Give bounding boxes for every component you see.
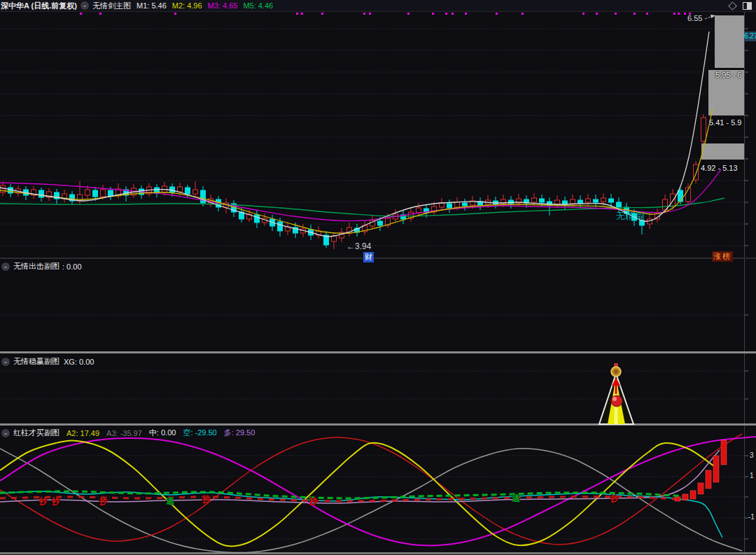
panel4-long-value: 多: 29.50	[224, 428, 255, 438]
chevron-circle-icon[interactable]: ⌄	[80, 1, 89, 10]
chevron-circle-icon[interactable]: ⌄	[1, 262, 10, 271]
p4-axis-label-neg1: -1	[748, 513, 755, 521]
panel4-a3-value: A3: -35.97	[106, 429, 142, 437]
svg-text:抄: 抄	[99, 496, 108, 506]
low-price-label: ←3.94	[346, 241, 371, 251]
ma3-value: M3: 4.65	[208, 1, 238, 10]
ma-lines	[0, 31, 724, 237]
svg-text:抄: 抄	[610, 493, 619, 503]
ma2-value: M2: 4.96	[172, 1, 202, 10]
ma5-value: M5: 4.46	[243, 1, 273, 10]
panel4-short-value: 空: -29.50	[183, 428, 216, 438]
panel3-title: 无情稳赢副图	[13, 356, 59, 367]
panel2-header: ⌄ 无情出击副图 : 0.00	[0, 261, 82, 272]
panel4-title: 红柱才买副图	[13, 428, 59, 438]
charts-canvas[interactable]: 抄抄抄抄抄抄逃逃	[0, 0, 756, 555]
trading-app-window: 抄抄抄抄抄抄逃逃 深中华A (日线.前复权) ⌄ 无情剑主图 M1: 5.46 …	[0, 0, 756, 555]
candles	[1, 114, 706, 249]
current-price-axis-label: 6.27	[744, 31, 756, 41]
diamond-icon[interactable]	[728, 1, 737, 10]
p4-axis-label-3: 3	[750, 451, 754, 459]
top-header-bar: 深中华A (日线.前复权) ⌄ 无情剑主图 M1: 5.46 M2: 4.96 …	[0, 0, 756, 11]
ma1-value: M1: 5.46	[136, 1, 167, 10]
oscillator-waves	[0, 434, 756, 553]
svg-text:逃: 逃	[165, 496, 175, 506]
panel4-mid-value: 中: 0.00	[149, 428, 176, 438]
zhangbang-badge[interactable]: 涨榜	[712, 251, 733, 262]
gridlines	[0, 0, 756, 555]
panel4-a2-value: A2: 17.49	[66, 429, 99, 437]
panel-dividers	[0, 258, 756, 554]
cai-badge: 财	[363, 252, 374, 262]
signal-dots	[80, 13, 691, 15]
panel3-header: ⌄ 无情稳赢副图 XG: 0.00	[0, 356, 94, 367]
chevron-circle-icon[interactable]: ⌄	[1, 429, 10, 437]
peak-arrow	[705, 15, 715, 19]
svg-text:抄: 抄	[202, 494, 211, 504]
indicator-watermark: 无情剑	[616, 210, 645, 223]
p4-axis-label-1: 1	[750, 472, 754, 479]
main-indicator-name: 无情剑主图	[92, 1, 131, 11]
buy-signal-spike	[599, 363, 634, 424]
range-low-label: 4.92 - 5.13	[701, 164, 738, 172]
gray-boxes	[701, 15, 744, 160]
panel4-header: ⌄ 红柱才买副图 A2: 17.49 A3: -35.97 中: 0.00 空:…	[0, 428, 255, 438]
range-mid-label: 5.41 - 5.9	[709, 118, 741, 127]
panel2-title: 无情出击副图	[13, 261, 59, 272]
svg-text:抄: 抄	[38, 496, 48, 506]
window-layout-icon[interactable]	[743, 2, 752, 10]
svg-text:逃: 逃	[511, 493, 521, 503]
peak-price-label: 6.55	[687, 14, 702, 22]
chevron-circle-icon[interactable]: ⌄	[1, 358, 10, 366]
panel3-value: XG: 0.00	[64, 358, 94, 366]
panel2-value: : 0.00	[62, 262, 82, 271]
svg-text:抄: 抄	[51, 496, 60, 506]
range-top-label: 5.95 - 6	[715, 71, 741, 79]
stock-title: 深中华A (日线.前复权)	[1, 1, 77, 11]
svg-text:抄: 抄	[309, 496, 318, 506]
